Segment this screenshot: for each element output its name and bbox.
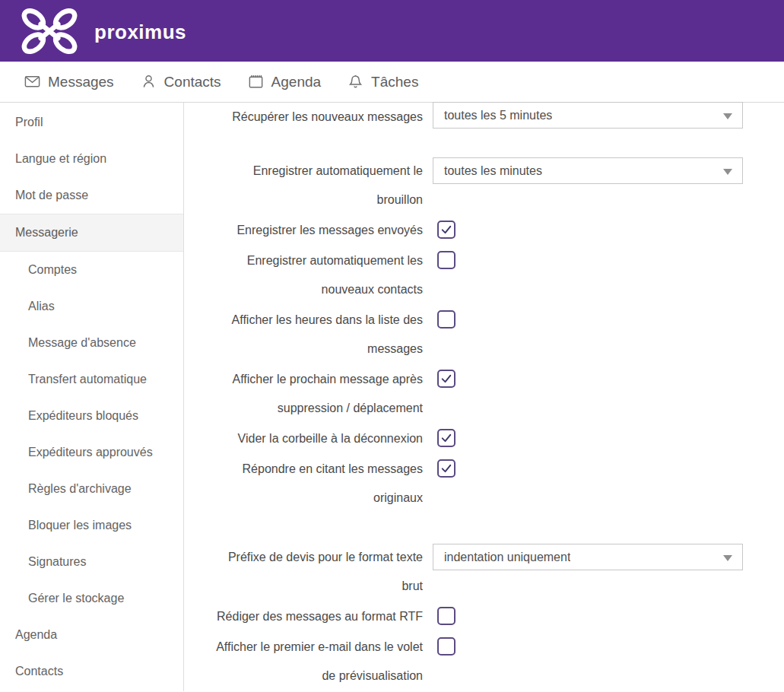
enregistrer-brouillon-select[interactable]: toutes les minutes <box>433 157 743 184</box>
field-label-line: messages <box>184 335 423 363</box>
sidebar-item-alias[interactable]: Alias <box>0 288 183 325</box>
setting-row-enregistrer-nouveaux-contacts: Enregistrer automatiquement lesnouveaux … <box>184 246 784 304</box>
dropdown-arrow-icon <box>723 555 732 561</box>
sidebar-item-expediteurs-bloques[interactable]: Expéditeurs bloqués <box>0 398 183 434</box>
afficher-premier-email-checkbox[interactable] <box>437 637 455 655</box>
checkmark-icon <box>440 462 453 475</box>
field-label-line: suppression / déplacement <box>184 394 423 423</box>
enregistrer-messages-envoyes-checkbox[interactable] <box>437 221 455 239</box>
proximus-logo-icon <box>17 7 82 56</box>
select-value: indentation uniquement <box>444 551 570 564</box>
field-label-line: de prévisualisation <box>184 662 423 690</box>
field-label-line: Enregistrer automatiquement les <box>184 246 423 275</box>
checkmark-icon <box>440 223 453 236</box>
field-label-line: Préfixe de devis pour le format texte <box>184 543 423 572</box>
setting-row-enregistrer-messages-envoyes: Enregistrer les messages envoyés <box>184 216 784 245</box>
field-label-line: brouillon <box>184 186 423 214</box>
field-label-line: Enregistrer les messages envoyés <box>184 216 423 245</box>
person-icon <box>140 73 157 90</box>
nav-tab-label: Tâches <box>371 74 418 90</box>
sidebar-item-gerer-le-stockage[interactable]: Gérer le stockage <box>0 580 183 617</box>
field-label-prefixe-devis: Préfixe de devis pour le format textebru… <box>184 543 423 601</box>
sidebar-item-transfert-automatique[interactable]: Transfert automatique <box>0 361 183 398</box>
field-label-line: Rédiger des messages au format RTF <box>184 602 423 631</box>
field-label-line: Répondre en citant les messages <box>184 455 423 484</box>
sidebar-item-expediteurs-approuves[interactable]: Expéditeurs approuvés <box>0 434 183 471</box>
nav-tab-label: Messages <box>48 74 114 90</box>
brand-header: proximus <box>0 0 784 62</box>
sidebar-item-comptes[interactable]: Comptes <box>0 252 183 288</box>
nav-tab-label: Contacts <box>164 74 221 90</box>
field-label-enregistrer-nouveaux-contacts: Enregistrer automatiquement lesnouveaux … <box>184 246 423 304</box>
nav-tab-label: Agenda <box>271 74 322 90</box>
main-layout: ProfilLangue et régionMot de passeMessag… <box>0 103 784 691</box>
afficher-prochain-message-checkbox[interactable] <box>437 370 455 388</box>
setting-row-repondre-en-citant: Répondre en citant les messagesoriginaux <box>184 455 784 513</box>
sidebar-item-profil[interactable]: Profil <box>0 104 183 141</box>
setting-row-recuperer-nouveaux-messages: Récupérer les nouveaux messagestoutes le… <box>184 103 784 132</box>
select-value: toutes les 5 minutes <box>444 109 552 122</box>
setting-row-vider-corbeille: Vider la corbeille à la déconnexion <box>184 424 784 453</box>
settings-sidebar: ProfilLangue et régionMot de passeMessag… <box>0 103 184 691</box>
field-label-line: Afficher le prochain message après <box>184 365 423 394</box>
field-label-recuperer-nouveaux-messages: Récupérer les nouveaux messages <box>184 103 423 132</box>
field-label-line: originaux <box>184 484 423 513</box>
setting-row-afficher-prochain-message: Afficher le prochain message aprèssuppre… <box>184 365 784 423</box>
sidebar-item-mot-de-passe[interactable]: Mot de passe <box>0 177 183 214</box>
repondre-en-citant-checkbox[interactable] <box>437 459 455 478</box>
sidebar-item-agenda[interactable]: Agenda <box>0 617 183 653</box>
field-label-rediger-format-rtf: Rédiger des messages au format RTF <box>184 602 423 631</box>
checkmark-icon <box>440 372 453 386</box>
setting-row-afficher-premier-email: Afficher le premier e-mail dans le volet… <box>184 633 784 690</box>
field-label-line: Enregistrer automatiquement le <box>184 157 423 186</box>
recuperer-nouveaux-messages-select[interactable]: toutes les 5 minutes <box>433 102 743 129</box>
field-label-enregistrer-messages-envoyes: Enregistrer les messages envoyés <box>184 216 423 245</box>
sidebar-item-contacts[interactable]: Contacts <box>0 653 183 690</box>
field-label-line: Vider la corbeille à la déconnexion <box>184 424 423 453</box>
setting-row-afficher-heures-liste: Afficher les heures dans la liste desmes… <box>184 306 784 363</box>
field-label-afficher-heures-liste: Afficher les heures dans la liste desmes… <box>184 306 423 363</box>
field-label-enregistrer-brouillon: Enregistrer automatiquement lebrouillon <box>184 157 423 214</box>
dropdown-arrow-icon <box>723 169 732 175</box>
select-value: toutes les minutes <box>444 164 542 178</box>
nav-tab-messages[interactable]: Messages <box>24 73 114 90</box>
envelope-icon <box>24 73 41 90</box>
dropdown-arrow-icon <box>723 113 732 119</box>
field-label-afficher-prochain-message: Afficher le prochain message aprèssuppre… <box>184 365 423 423</box>
nav-tab-taches[interactable]: Tâches <box>347 73 418 90</box>
rediger-format-rtf-checkbox[interactable] <box>437 607 455 625</box>
field-label-line: nouveaux contacts <box>184 275 423 304</box>
prefixe-devis-select[interactable]: indentation uniquement <box>433 544 743 570</box>
enregistrer-nouveaux-contacts-checkbox[interactable] <box>437 251 455 269</box>
app-nav: MessagesContactsAgendaTâches <box>0 62 784 103</box>
sidebar-item-messagerie[interactable]: Messagerie <box>0 214 183 252</box>
field-label-repondre-en-citant: Répondre en citant les messagesoriginaux <box>184 455 423 513</box>
messaging-settings-panel: Récupérer les nouveaux messagestoutes le… <box>184 103 784 691</box>
brand-wordmark: proximus <box>94 21 186 44</box>
nav-tab-contacts[interactable]: Contacts <box>140 73 221 90</box>
field-label-afficher-premier-email: Afficher le premier e-mail dans le volet… <box>184 633 423 690</box>
bell-icon <box>347 73 364 90</box>
sidebar-item-bloquer-les-images[interactable]: Bloquer les images <box>0 507 183 544</box>
nav-tab-agenda[interactable]: Agenda <box>247 73 322 90</box>
field-label-line: Afficher les heures dans la liste des <box>184 306 423 335</box>
calendar-icon <box>247 73 265 90</box>
field-label-vider-corbeille: Vider la corbeille à la déconnexion <box>184 424 423 453</box>
vider-corbeille-checkbox[interactable] <box>437 429 455 447</box>
setting-row-prefixe-devis: Préfixe de devis pour le format textebru… <box>184 543 784 601</box>
sidebar-item-langue-et-region[interactable]: Langue et région <box>0 141 183 177</box>
field-label-line: Récupérer les nouveaux messages <box>184 103 423 132</box>
afficher-heures-liste-checkbox[interactable] <box>437 310 455 329</box>
sidebar-item-message-d-absence[interactable]: Message d'absence <box>0 325 183 361</box>
field-label-line: brut <box>184 572 423 601</box>
sidebar-item-signatures[interactable]: Signatures <box>0 544 183 580</box>
setting-row-enregistrer-brouillon: Enregistrer automatiquement lebrouillont… <box>184 157 784 214</box>
setting-row-rediger-format-rtf: Rédiger des messages au format RTF <box>184 602 784 631</box>
field-label-line: Afficher le premier e-mail dans le volet <box>184 633 423 662</box>
checkmark-icon <box>440 431 453 445</box>
sidebar-item-regles-d-archivage[interactable]: Règles d'archivage <box>0 471 183 507</box>
